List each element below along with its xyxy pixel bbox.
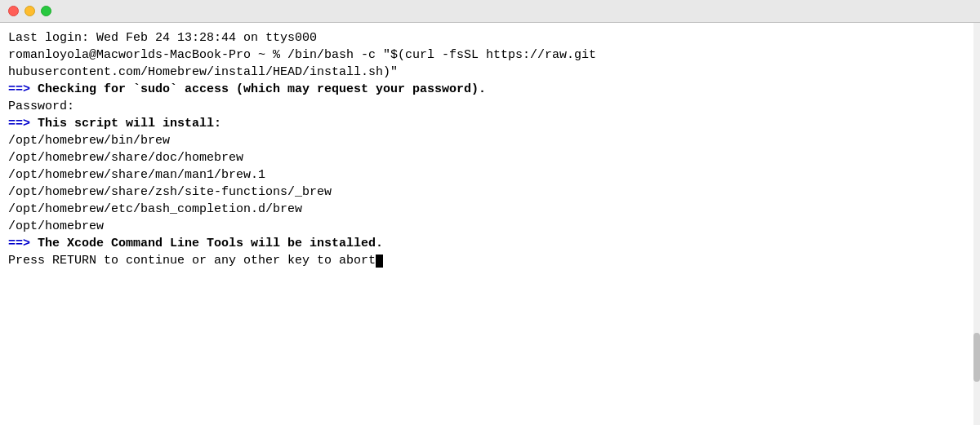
terminal-line: ==> Checking for `sudo` access (which ma… [8, 81, 972, 98]
terminal-window: Last login: Wed Feb 24 13:28:44 on ttys0… [0, 0, 980, 425]
terminal-body[interactable]: Last login: Wed Feb 24 13:28:44 on ttys0… [0, 23, 980, 425]
minimize-button[interactable] [24, 6, 35, 16]
cursor [376, 255, 383, 268]
terminal-line: /opt/homebrew [8, 218, 972, 235]
traffic-lights [8, 6, 51, 16]
terminal-line: /opt/homebrew/share/doc/homebrew [8, 149, 972, 166]
terminal-line: Last login: Wed Feb 24 13:28:44 on ttys0… [8, 29, 972, 46]
terminal-line: /opt/homebrew/etc/bash_completion.d/brew [8, 201, 972, 218]
scrollbar[interactable] [973, 23, 980, 425]
terminal-line: ==> This script will install: [8, 115, 972, 132]
terminal-line: romanloyola@Macworlds-MacBook-Pro ~ % /b… [8, 46, 972, 64]
terminal-line: Password: [8, 98, 972, 115]
terminal-line: /opt/homebrew/bin/brew [8, 132, 972, 149]
terminal-line: /opt/homebrew/share/man/man1/brew.1 [8, 166, 972, 184]
maximize-button[interactable] [41, 6, 51, 16]
terminal-line: Press RETURN to continue or any other ke… [8, 252, 972, 269]
scrollbar-thumb[interactable] [973, 333, 980, 382]
terminal-line: ==> The Xcode Command Line Tools will be… [8, 235, 972, 252]
terminal-line: hubusercontent.com/Homebrew/install/HEAD… [8, 64, 972, 81]
title-bar [0, 0, 980, 23]
terminal-line: /opt/homebrew/share/zsh/site-functions/_… [8, 184, 972, 201]
close-button[interactable] [8, 6, 19, 16]
